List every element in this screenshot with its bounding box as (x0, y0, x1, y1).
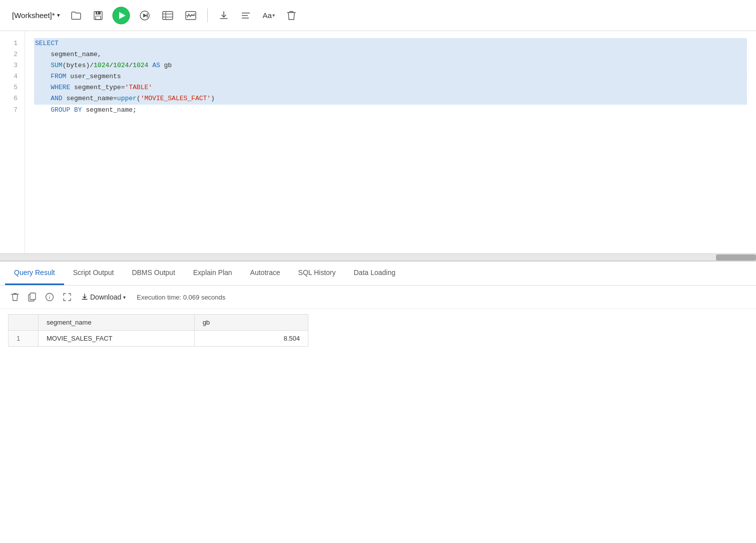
format-button[interactable] (237, 8, 255, 24)
code-line-5: WHERE segment_type='TABLE' (34, 82, 747, 93)
toolbar-divider-1 (207, 9, 208, 23)
autotrace-button[interactable] (181, 8, 200, 24)
code-line-3: SUM(bytes)/1024/1024/1024 AS gb (34, 60, 747, 71)
open-button[interactable] (67, 8, 85, 23)
table-cell-gb: 8.504 (194, 331, 308, 347)
tab-data-loading[interactable]: Data Loading (345, 261, 405, 285)
explain-button[interactable] (158, 8, 177, 24)
result-info-button[interactable]: i (42, 291, 57, 304)
tab-sql-history[interactable]: SQL History (289, 261, 345, 285)
data-table-container: segment_name gb 1 MOVIE_SALES_FACT 8.504 (0, 309, 756, 352)
table-cell-segment-name: MOVIE_SALES_FACT (39, 331, 195, 347)
download-toolbar-button[interactable] (215, 8, 233, 24)
execution-time: Execution time: 0.069 seconds (137, 294, 225, 301)
table-header-rownum (9, 315, 39, 331)
svg-rect-1 (96, 12, 101, 15)
table-row: 1 MOVIE_SALES_FACT 8.504 (9, 331, 308, 347)
run-script-button[interactable] (135, 7, 154, 24)
worksheet-chevron: ▾ (57, 12, 60, 19)
worksheet-label: [Worksheet]* (12, 11, 55, 20)
table-cell-rownum: 1 (9, 331, 39, 347)
toolbar: [Worksheet]* ▾ (0, 0, 756, 31)
table-header-gb: gb (194, 315, 308, 331)
scrollbar-thumb[interactable] (716, 254, 756, 260)
tab-script-output[interactable]: Script Output (64, 261, 123, 285)
table-header-row: segment_name gb (9, 315, 308, 331)
results-toolbar: i Download ▾ Execution time: 0.069 secon… (0, 286, 756, 309)
svg-text:i: i (49, 295, 51, 300)
save-button[interactable] (89, 8, 107, 24)
delete-button[interactable] (283, 8, 300, 24)
code-line-2: segment_name, (34, 49, 747, 60)
code-line-6: AND segment_name=upper('MOVIE_SALES_FACT… (34, 93, 747, 104)
editor-area: 1 2 3 4 5 6 7 SELECT segment_name, SUM(b… (0, 31, 756, 261)
code-editor[interactable]: SELECT segment_name, SUM(bytes)/1024/102… (25, 31, 756, 253)
result-expand-button[interactable] (60, 291, 74, 303)
tab-explain-plan[interactable]: Explain Plan (184, 261, 241, 285)
result-copy-button[interactable] (25, 291, 39, 304)
download-button[interactable]: Download ▾ (77, 291, 130, 303)
code-line-7: GROUP BY segment_name; (34, 105, 747, 116)
code-line-1: SELECT (34, 38, 747, 49)
tab-autotrace[interactable]: Autotrace (241, 261, 289, 285)
result-delete-button[interactable] (8, 291, 22, 304)
svg-rect-19 (30, 293, 36, 300)
results-panel: Query Result Script Output DBMS Output E… (0, 261, 756, 543)
code-line-4: FROM user_segments (34, 71, 747, 82)
font-button[interactable]: Aa ▾ (259, 8, 279, 23)
result-table: segment_name gb 1 MOVIE_SALES_FACT 8.504 (8, 314, 308, 347)
svg-rect-3 (97, 12, 98, 14)
table-header-segment-name: segment_name (39, 315, 195, 331)
editor-scrollbar[interactable] (0, 253, 756, 260)
svg-rect-2 (96, 16, 101, 20)
download-chevron: ▾ (123, 295, 126, 300)
app-container: [Worksheet]* ▾ (0, 0, 756, 543)
svg-rect-9 (163, 12, 173, 20)
download-label: Download (90, 293, 121, 301)
tab-query-result[interactable]: Query Result (5, 261, 64, 285)
tabs-bar: Query Result Script Output DBMS Output E… (0, 261, 756, 286)
worksheet-selector[interactable]: [Worksheet]* ▾ (9, 9, 63, 22)
tab-dbms-output[interactable]: DBMS Output (123, 261, 184, 285)
line-numbers: 1 2 3 4 5 6 7 (0, 31, 25, 253)
svg-marker-7 (143, 14, 147, 18)
run-button[interactable] (111, 6, 131, 26)
